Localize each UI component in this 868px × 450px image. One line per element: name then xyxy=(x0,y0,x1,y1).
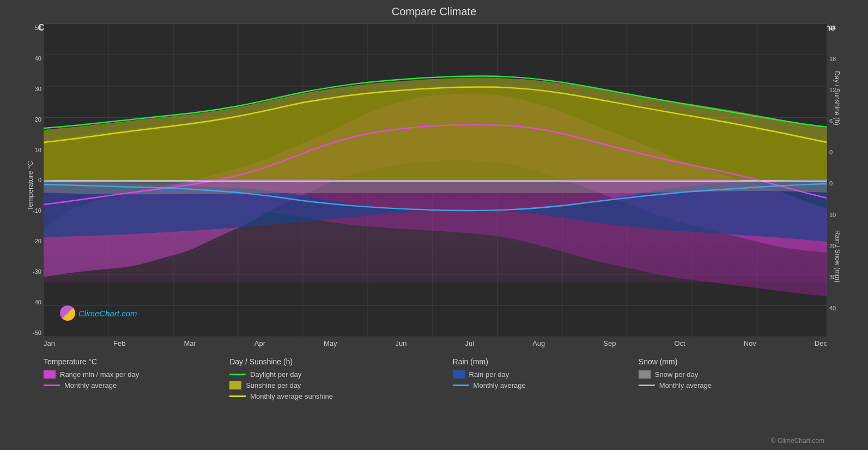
legend-rain-perday: Rain per day xyxy=(453,370,639,379)
legend-sunshine: Day / Sunshine (h) Daylight per day Suns… xyxy=(229,357,452,400)
y-axis-right-sun-label: Day / Sunshine (h) xyxy=(833,71,840,125)
legend-temp-range: Range min / max per day xyxy=(44,370,229,379)
legend-line-sunshine-avg xyxy=(229,395,246,397)
legend-temp-avg: Monthly average xyxy=(44,381,229,389)
legend-temp-header: Temperature °C xyxy=(44,357,229,366)
month-mar: Mar xyxy=(184,339,196,347)
copyright-text: © ClimeChart.com xyxy=(771,437,824,445)
legend-swatch-snow xyxy=(639,370,651,379)
legend-sun-header: Day / Sunshine (h) xyxy=(229,357,452,366)
month-may: May xyxy=(324,339,337,347)
legend-snow: Snow (mm) Snow per day Monthly average xyxy=(639,357,824,400)
legend-sunshine-perday: Sunshine per day xyxy=(229,381,452,389)
legend-line-temp-avg xyxy=(44,385,60,386)
month-feb: Feb xyxy=(113,339,125,347)
logo-text-bottom: ClimeChart.com xyxy=(78,309,137,318)
legend-swatch-sunshine xyxy=(229,381,241,389)
month-nov: Nov xyxy=(744,339,756,347)
chart-svg xyxy=(44,23,827,337)
legend-swatch-temp-range xyxy=(44,370,56,379)
legend-daylight: Daylight per day xyxy=(229,370,452,379)
month-dec: Dec xyxy=(815,339,827,347)
page-container: Compare Climate Cheyenne Cheyenne ClimeC… xyxy=(0,0,868,450)
y-axis-left-label: Temperature °C xyxy=(26,161,34,211)
legend-swatch-rain xyxy=(453,370,465,379)
logo-icon-bottom xyxy=(60,305,75,321)
y-axis-right: 24 18 12 6 0 0 10 20 30 40 xyxy=(827,23,846,337)
legend-snow-header: Snow (mm) xyxy=(639,357,824,366)
legend-temperature: Temperature °C Range min / max per day M… xyxy=(44,357,229,400)
legend-rain: Rain (mm) Rain per day Monthly average xyxy=(453,357,639,400)
legend-sunshine-avg: Monthly average sunshine xyxy=(229,392,452,400)
page-title: Compare Climate xyxy=(0,0,868,21)
y-axis-right-rain-label: Rain / Snow (mm) xyxy=(834,230,841,283)
x-axis: Jan Feb Mar Apr May Jun Jul Aug Sep Oct … xyxy=(44,339,827,347)
month-jan: Jan xyxy=(44,339,55,347)
legend-area: Temperature °C Range min / max per day M… xyxy=(0,347,868,400)
legend-line-snow-avg xyxy=(639,385,655,386)
legend-rain-header: Rain (mm) xyxy=(453,357,639,366)
month-jun: Jun xyxy=(396,339,407,347)
legend-line-daylight xyxy=(229,374,246,375)
legend-snow-perday: Snow per day xyxy=(639,370,824,379)
month-sep: Sep xyxy=(603,339,616,347)
month-jul: Jul xyxy=(465,339,475,347)
legend-snow-avg: Monthly average xyxy=(639,381,824,389)
legend-line-rain-avg xyxy=(453,385,469,386)
month-oct: Oct xyxy=(674,339,685,347)
logo-bottom-left: ClimeChart.com xyxy=(60,305,137,321)
month-apr: Apr xyxy=(254,339,265,347)
month-aug: Aug xyxy=(532,339,545,347)
legend-rain-avg: Monthly average xyxy=(453,381,639,389)
